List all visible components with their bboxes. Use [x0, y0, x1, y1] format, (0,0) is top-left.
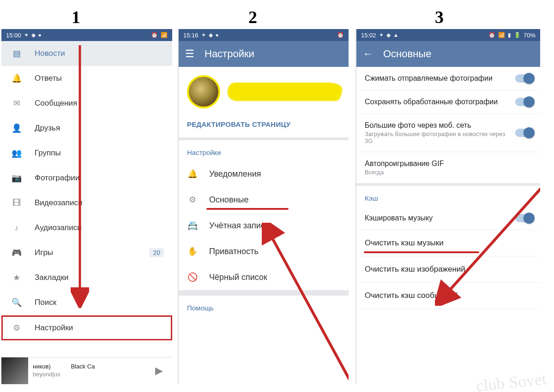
watermark: club Sovet — [476, 372, 547, 392]
search-icon: 🔍 — [12, 297, 22, 308]
row-cache-music[interactable]: Кэшировать музыку — [356, 207, 540, 230]
gamepad-icon: 🎮 — [12, 248, 22, 258]
feed-icon: ▤ — [12, 48, 22, 59]
nav-item-games[interactable]: 🎮 Игры 20 — [1, 240, 172, 265]
section-gap — [179, 290, 349, 296]
nav-item-label: Настройки — [35, 323, 73, 333]
nav-item-photos[interactable]: 📷 Фотографии — [1, 166, 172, 190]
section-title-help: Помощь — [179, 296, 349, 316]
row-label: Сжимать отправляемые фотографии — [365, 74, 510, 83]
signal-icon: ▮ — [508, 32, 511, 38]
app-icon-3: ▲ — [393, 32, 399, 38]
hamburger-icon[interactable]: ☰ — [185, 48, 194, 60]
status-time: 15:00 — [6, 32, 21, 39]
row-label: Большие фото через моб. сеть — [365, 121, 510, 130]
settings-item-blacklist[interactable]: 🚫 Чёрный список — [179, 264, 349, 290]
nav-item-news[interactable]: ▤ Новости — [1, 41, 172, 66]
nav-item-settings[interactable]: ⚙ Настройки — [1, 315, 172, 340]
nav-item-label: Друзья — [35, 124, 60, 133]
nav-item-videos[interactable]: 🎞 Видеозаписи — [1, 190, 172, 215]
page-title: Настройки — [205, 48, 254, 60]
nav-item-label: Сообщения — [35, 99, 77, 108]
nav-item-label: Аудиозаписи — [35, 223, 82, 232]
track-title-right: Black Ca — [71, 363, 95, 370]
nav-item-replies[interactable]: 🔔 Ответы — [1, 66, 172, 91]
people-icon: 👥 — [12, 148, 22, 158]
nav-item-label: Группы — [35, 148, 61, 158]
back-icon[interactable]: ← — [363, 48, 373, 60]
settings-item-label: Уведомления — [209, 169, 261, 179]
app-icon-2: ◆ — [386, 32, 391, 38]
nav-item-bookmarks[interactable]: ★ Закладки — [1, 265, 172, 290]
row-gif-autoplay[interactable]: Автопроигрывание GIF Всегда — [356, 152, 540, 183]
nav-item-search[interactable]: 🔍 Поиск — [1, 290, 172, 315]
settings-item-general[interactable]: ⚙ Основные — [179, 187, 349, 213]
profile-row[interactable] — [179, 67, 349, 112]
status-bar: 15:16 ✦ ◆ ● ⏰ — [179, 29, 349, 41]
app-icon-1: ✦ — [379, 32, 384, 38]
row-save-processed[interactable]: Сохранять обработанные фотографии — [356, 90, 540, 114]
wifi-icon: 📶 — [498, 32, 505, 38]
nav-item-groups[interactable]: 👥 Группы — [1, 141, 172, 166]
row-compress-photos[interactable]: Сжимать отправляемые фотографии — [356, 67, 540, 90]
row-big-photos[interactable]: Большие фото через моб. сеть Загружать б… — [356, 114, 540, 152]
screenshot-2: 15:16 ✦ ◆ ● ⏰ ☰ Настройки РЕДАКТИРОВАТЬ … — [178, 29, 349, 384]
camera-icon: 📷 — [12, 173, 22, 183]
wifi-icon: 📶 — [161, 32, 168, 38]
settings-item-label: Приватность — [209, 247, 259, 256]
step-label-1: 1 — [72, 7, 80, 27]
section-title-cache: Кэш — [356, 183, 540, 207]
status-bar: 15:00 ✦ ◆ ● ⏰ 📶 — [1, 29, 172, 41]
row-label: Сохранять обработанные фотографии — [365, 98, 510, 106]
gear-icon: ⚙ — [12, 323, 22, 333]
toggle-switch[interactable] — [515, 214, 534, 222]
step-label-3: 3 — [435, 7, 444, 27]
nav-item-label: Ответы — [35, 74, 62, 83]
settings-item-account[interactable]: 📇 Учётная запись — [179, 213, 349, 238]
row-clear-music-cache[interactable]: Очистить кэш музыки — [356, 230, 540, 256]
row-label: Очистить кэш сообщений — [365, 291, 458, 300]
film-icon: 🎞 — [12, 198, 22, 208]
nav-item-label: Игры — [35, 248, 53, 257]
nav-item-audio[interactable]: ♪ Аудиозаписи — [1, 215, 172, 240]
row-sublabel: Загружать большие фотографии в новостях … — [365, 131, 510, 144]
nav-item-friends[interactable]: 👤 Друзья — [1, 116, 172, 141]
toggle-switch[interactable] — [515, 74, 534, 83]
nav-item-messages[interactable]: ✉ Сообщения — [1, 91, 172, 116]
row-clear-message-cache[interactable]: Очистить кэш сообщений — [356, 283, 540, 309]
gear-icon: ⚙ — [187, 195, 198, 205]
toggle-switch[interactable] — [515, 98, 534, 106]
row-sublabel: Всегда — [365, 169, 534, 176]
music-icon: ♪ — [12, 223, 22, 233]
nav-item-label: Новости — [35, 49, 65, 58]
row-label: Кэшировать музыку — [365, 214, 510, 222]
settings-item-privacy[interactable]: ✋ Приватность — [179, 238, 349, 264]
alarm-icon: ⏰ — [151, 32, 158, 38]
status-bar: 15:02 ✦ ◆ ▲ ⏰ 📶 ▮ 🔋 70% — [356, 29, 540, 41]
status-time: 15:16 — [183, 32, 199, 39]
row-label: Очистить кэш изображений — [365, 265, 465, 273]
games-badge: 20 — [149, 248, 164, 257]
app-bar: ☰ Настройки — [179, 41, 349, 67]
app-icon-1: ✦ — [201, 32, 206, 38]
avatar — [187, 75, 220, 108]
play-icon[interactable]: ▶ — [155, 365, 163, 377]
row-clear-image-cache[interactable]: Очистить кэш изображений — [356, 256, 540, 283]
settings-item-label: Чёрный список — [209, 273, 267, 282]
app-icon-3: ● — [38, 32, 42, 38]
envelope-icon: ✉ — [12, 98, 22, 108]
step-label-2: 2 — [248, 7, 257, 27]
nav-menu: ▤ Новости 🔔 Ответы ✉ Сообщения 👤 Друзья … — [1, 41, 172, 340]
bell-icon: 🔔 — [187, 169, 198, 179]
row-label: Автопроигрывание GIF — [365, 160, 534, 168]
toggle-switch[interactable] — [515, 129, 534, 137]
player-meta: ников) Black Ca beyond|us — [28, 363, 95, 379]
battery-percent: 70% — [524, 32, 536, 39]
edit-profile-link[interactable]: РЕДАКТИРОВАТЬ СТРАНИЦУ — [179, 112, 349, 140]
app-icon-2: ◆ — [31, 32, 36, 38]
battery-icon: 🔋 — [514, 32, 521, 38]
settings-item-label: Основные — [209, 195, 248, 205]
audio-player[interactable]: ников) Black Ca beyond|us ▶ — [1, 357, 172, 384]
settings-item-notifications[interactable]: 🔔 Уведомления — [179, 161, 349, 187]
row-label: Очистить кэш музыки — [365, 238, 444, 247]
